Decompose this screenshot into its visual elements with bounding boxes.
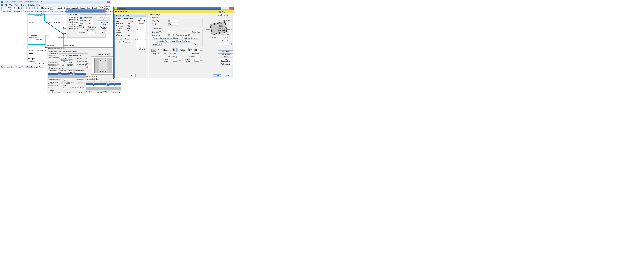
close-button[interactable]: ✕ xyxy=(107,1,110,3)
show-output-button[interactable]: Show CDesign Text Output xyxy=(170,40,191,43)
a-view-button[interactable]: a view xyxy=(218,37,233,39)
fc-input[interactable] xyxy=(168,20,178,23)
re-button[interactable]: Re xyxy=(18,7,20,9)
i10-icon[interactable] xyxy=(38,7,38,9)
t2-selcase[interactable]: Select Case xyxy=(14,11,22,12)
lc-label[interactable]: .LC xyxy=(1,7,4,9)
t2-results[interactable]: Results Manager xyxy=(1,11,12,12)
i4-icon[interactable] xyxy=(26,7,27,9)
tb-slabs[interactable]: Slabs xyxy=(87,7,90,9)
tors-case-select[interactable]: Ultimate xyxy=(60,64,68,66)
tb-bcs-legend[interactable]: BCs Legend xyxy=(50,7,55,10)
generate-button[interactable]: Generate Text Input and Run CDesign xyxy=(152,37,180,40)
envelope-select[interactable] xyxy=(88,32,96,34)
t2-asm-mgr[interactable]: Assemblies Manager xyxy=(35,11,49,12)
menu-file[interactable]: File xyxy=(5,4,8,6)
t2-define[interactable]: Define model details xyxy=(50,11,64,12)
i2-icon[interactable] xyxy=(23,7,24,9)
section-design-button[interactable]: Section Design xyxy=(117,38,133,40)
close-button[interactable]: Close xyxy=(97,32,110,34)
ing-action-button[interactable]: ing Action xyxy=(218,51,233,53)
i1-icon[interactable] xyxy=(21,7,22,9)
bcs-button[interactable]: BCs xyxy=(40,7,44,9)
to-revit-button[interactable]: To Revit text xyxy=(218,63,233,65)
dlg-close-icon[interactable]: ✕ xyxy=(102,10,104,12)
menu-design[interactable]: Design xyxy=(21,4,26,6)
copy-design-from-button[interactable]: Copy Design From xyxy=(117,41,133,43)
flex-case-select[interactable]: Ultimate xyxy=(60,57,67,60)
tb-beams[interactable]: Beams xyxy=(92,7,96,9)
beam-width-input[interactable] xyxy=(88,20,93,22)
i7-icon[interactable] xyxy=(32,7,33,9)
beam-depth-input[interactable] xyxy=(88,23,93,25)
i8-icon[interactable] xyxy=(34,7,34,9)
layers-table[interactable]: NoOfBarsBarDiameterdepthIsBottomLayer 20… xyxy=(48,69,86,75)
ogl-maximize-button[interactable]: ❐ xyxy=(225,7,229,10)
y-dia-input[interactable] xyxy=(194,59,199,62)
load-comb-button[interactable]: Load Combinations xyxy=(218,58,233,62)
define-regions-button[interactable]: Define design regions xyxy=(97,21,110,25)
move-bars-button[interactable]: Move Bars xyxy=(152,43,162,46)
cover-bot-input[interactable] xyxy=(94,75,99,78)
add-link-button[interactable]: Add Link xyxy=(170,48,177,52)
undeformed-button[interactable]: Un Deformed Shape xyxy=(218,54,233,58)
stirrups-table[interactable]: WidthNoOfLegsBarDiameterBarSpacing 0.242… xyxy=(48,92,88,93)
toolbar-icon[interactable] xyxy=(5,7,5,9)
columns-check[interactable]: Columns xyxy=(217,10,234,14)
ok-button[interactable]: OK xyxy=(127,74,136,77)
i11-icon[interactable] xyxy=(39,7,40,9)
tb-legend[interactable]: Legend xyxy=(80,7,86,9)
i5-icon[interactable] xyxy=(29,7,30,9)
x-dia-input[interactable] xyxy=(173,59,177,62)
i3-icon[interactable] xyxy=(25,7,25,9)
maximize-button[interactable]: ❐ xyxy=(103,1,106,3)
ogl-close-button[interactable]: ✕ xyxy=(229,7,233,10)
rpanel-select[interactable] xyxy=(218,43,232,45)
check-button[interactable]: Check xyxy=(162,49,169,51)
tb-assemblies[interactable]: Assemblies xyxy=(72,7,79,9)
cover-top-input[interactable] xyxy=(104,53,110,56)
q-button[interactable]: Q xyxy=(14,7,16,9)
tb-loads[interactable]: Loads xyxy=(45,7,49,9)
y-links-input[interactable] xyxy=(196,56,201,58)
select-edge-button[interactable]: Select Edge xyxy=(190,31,202,34)
long-rebars-table[interactable]: BarDiameterXbarYbar ▶0.0220.050.3 0.0220… xyxy=(86,81,121,87)
fy-input[interactable] xyxy=(168,23,178,26)
i6-icon[interactable] xyxy=(31,7,31,9)
kill-button[interactable]: Kill design Files xyxy=(156,40,169,43)
start-beam-design-button[interactable]: Start beam design xyxy=(97,26,110,30)
i9-icon[interactable] xyxy=(36,7,36,9)
x-links-input[interactable] xyxy=(176,56,181,58)
chosen-dia-input[interactable] xyxy=(194,49,199,51)
beam-list[interactable]: Design.Beam4Design.Beam2 Design.Beam9Des… xyxy=(68,16,78,30)
cover-input[interactable] xyxy=(168,34,174,37)
tb-supports[interactable]: Supports xyxy=(56,7,62,9)
cover-left-input[interactable] xyxy=(85,66,90,68)
minimize-button[interactable]: — xyxy=(99,1,102,3)
shear-case-select[interactable]: Ultimate xyxy=(61,60,68,63)
rawing-model-button[interactable]: rawing Model xyxy=(218,34,233,36)
dia-input[interactable] xyxy=(188,34,192,37)
ich-force-button[interactable]: Ich Force xyxy=(218,40,233,42)
menu-detailing[interactable]: Detailing xyxy=(28,4,34,6)
spacing-input[interactable] xyxy=(157,53,163,55)
menu-action[interactable]: Action xyxy=(15,4,20,6)
read-beam-data-button[interactable]: Read bean data xyxy=(97,16,110,21)
t2-beams-mgr[interactable]: Beams Manager xyxy=(23,11,34,12)
tb-reactions[interactable]: Reactions xyxy=(64,7,70,9)
envelope-design-check[interactable]: Envelope design. xyxy=(79,29,96,31)
open-des-button[interactable]: Open (.des) xyxy=(8,7,12,10)
save-button[interactable]: Save xyxy=(213,74,222,77)
ogl-minimize-button[interactable]: — xyxy=(221,7,225,10)
zoom-icon[interactable] xyxy=(16,7,17,9)
app-menu-icon[interactable] xyxy=(1,4,3,6)
bars-row-input[interactable] xyxy=(168,31,175,34)
blank-icon[interactable] xyxy=(13,7,13,9)
show-enabled-check[interactable]: Show enabled. xyxy=(79,16,96,19)
menu-view[interactable]: View xyxy=(10,4,13,6)
clear-stirrups-button[interactable]: Clear Stirrups xyxy=(178,48,187,52)
cancel-button[interactable]: Cancel xyxy=(223,74,231,77)
add-layer-button[interactable]: Add reinforcement layer xyxy=(67,87,86,89)
metric-button[interactable]: Show Interaction Metric xyxy=(181,37,199,40)
menu-help[interactable]: Help xyxy=(36,4,40,6)
